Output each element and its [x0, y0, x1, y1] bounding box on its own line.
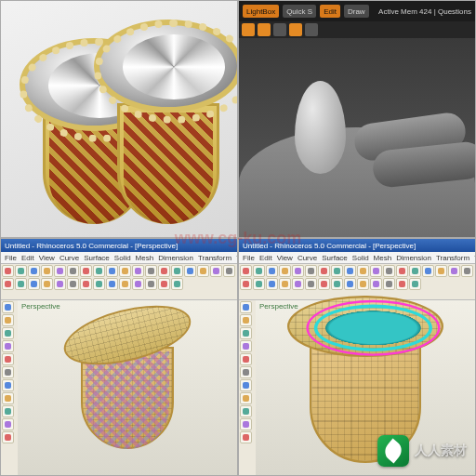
- stroke-icon[interactable]: [258, 23, 271, 36]
- tool-icon[interactable]: [15, 265, 27, 277]
- tool-icon[interactable]: [383, 278, 395, 290]
- lightbox-button[interactable]: LightBox: [243, 5, 279, 18]
- side-tool-icon[interactable]: [2, 392, 14, 404]
- edit-button[interactable]: Edit: [320, 5, 340, 18]
- tool-icon[interactable]: [41, 278, 53, 290]
- tool-icon[interactable]: [158, 278, 170, 290]
- tool-icon[interactable]: [279, 265, 291, 277]
- menu-edit[interactable]: Edit: [21, 254, 34, 262]
- tool-icon[interactable]: [292, 265, 304, 277]
- tool-icon[interactable]: [396, 278, 408, 290]
- tool-icon[interactable]: [54, 265, 66, 277]
- tool-icon[interactable]: [266, 265, 278, 277]
- tool-icon[interactable]: [171, 278, 183, 290]
- tool-icon[interactable]: [422, 265, 434, 277]
- menu-transform[interactable]: Transform: [436, 254, 469, 262]
- menu-surface[interactable]: Surface: [84, 254, 110, 262]
- tool-icon[interactable]: [240, 265, 252, 277]
- viewport-label[interactable]: Perspective: [21, 302, 60, 311]
- tool-icon[interactable]: [106, 265, 118, 277]
- tool-icon[interactable]: [409, 278, 421, 290]
- side-tool-icon[interactable]: [2, 418, 14, 430]
- tool-icon[interactable]: [119, 278, 131, 290]
- menu-edit[interactable]: Edit: [259, 254, 272, 262]
- tool-icon[interactable]: [145, 278, 157, 290]
- side-tool-icon[interactable]: [240, 392, 252, 404]
- tool-icon[interactable]: [132, 278, 144, 290]
- tool-icon[interactable]: [223, 265, 235, 277]
- tool-icon[interactable]: [253, 265, 265, 277]
- tool-icon[interactable]: [357, 265, 369, 277]
- tool-icon[interactable]: [41, 265, 53, 277]
- rhino-viewport[interactable]: Perspective: [256, 300, 475, 476]
- tool-icon[interactable]: [344, 278, 356, 290]
- tool-icon[interactable]: [435, 265, 447, 277]
- tool-icon[interactable]: [292, 278, 304, 290]
- menu-file[interactable]: File: [5, 254, 17, 262]
- side-tool-icon[interactable]: [2, 314, 14, 326]
- tool-icon[interactable]: [318, 278, 330, 290]
- menu-view[interactable]: View: [39, 254, 55, 262]
- side-tool-icon[interactable]: [240, 314, 252, 326]
- side-tool-icon[interactable]: [2, 327, 14, 339]
- side-tool-icon[interactable]: [240, 327, 252, 339]
- menu-transform[interactable]: Transform: [198, 254, 231, 262]
- quicksave-button[interactable]: Quick S: [283, 5, 316, 18]
- side-tool-icon[interactable]: [2, 353, 14, 365]
- zbrush-viewport[interactable]: [239, 38, 475, 238]
- side-tool-icon[interactable]: [2, 431, 14, 443]
- tool-icon[interactable]: [357, 278, 369, 290]
- tool-icon[interactable]: [305, 265, 317, 277]
- side-tool-icon[interactable]: [2, 379, 14, 391]
- tool-icon[interactable]: [145, 265, 157, 277]
- tool-icon[interactable]: [171, 265, 183, 277]
- tool-icon[interactable]: [2, 278, 14, 290]
- side-tool-icon[interactable]: [240, 431, 252, 443]
- side-tool-icon[interactable]: [2, 405, 14, 417]
- tool-icon[interactable]: [93, 278, 105, 290]
- side-tool-icon[interactable]: [240, 340, 252, 352]
- tool-icon[interactable]: [15, 278, 27, 290]
- tool-icon[interactable]: [28, 265, 40, 277]
- tool-icon[interactable]: [448, 265, 460, 277]
- menu-dimension[interactable]: Dimension: [158, 254, 193, 262]
- side-tool-icon[interactable]: [240, 301, 252, 313]
- tool-icon[interactable]: [396, 265, 408, 277]
- side-tool-icon[interactable]: [240, 405, 252, 417]
- menu-curve[interactable]: Curve: [298, 254, 317, 262]
- tool-icon[interactable]: [2, 265, 14, 277]
- tool-icon[interactable]: [461, 265, 473, 277]
- tool-icon[interactable]: [80, 265, 92, 277]
- tool-icon[interactable]: [331, 265, 343, 277]
- tool-icon[interactable]: [210, 265, 222, 277]
- menu-mesh[interactable]: Mesh: [136, 254, 154, 262]
- tool-icon[interactable]: [370, 278, 382, 290]
- tool-icon[interactable]: [54, 278, 66, 290]
- tool-icon[interactable]: [93, 265, 105, 277]
- tool-icon[interactable]: [370, 265, 382, 277]
- menu-tools[interactable]: Tools: [474, 254, 475, 262]
- menu-dimension[interactable]: Dimension: [396, 254, 431, 262]
- material-icon[interactable]: [289, 23, 302, 36]
- side-tool-icon[interactable]: [240, 366, 252, 378]
- menu-solid[interactable]: Solid: [352, 254, 369, 262]
- tool-icon[interactable]: [184, 265, 196, 277]
- menu-curve[interactable]: Curve: [60, 254, 79, 262]
- menu-solid[interactable]: Solid: [114, 254, 131, 262]
- tool-icon[interactable]: [67, 278, 79, 290]
- tool-icon[interactable]: [106, 278, 118, 290]
- tool-icon[interactable]: [253, 278, 265, 290]
- tool-icon[interactable]: [80, 278, 92, 290]
- tool-icon[interactable]: [279, 278, 291, 290]
- menu-tools[interactable]: Tools: [236, 254, 237, 262]
- tool-icon[interactable]: [119, 265, 131, 277]
- side-tool-icon[interactable]: [2, 340, 14, 352]
- tool-icon[interactable]: [383, 265, 395, 277]
- tool-icon[interactable]: [344, 265, 356, 277]
- tool-icon[interactable]: [28, 278, 40, 290]
- tool-icon[interactable]: [158, 265, 170, 277]
- rhino-viewport[interactable]: Perspective: [18, 300, 237, 476]
- tool-icon[interactable]: [132, 265, 144, 277]
- side-tool-icon[interactable]: [240, 353, 252, 365]
- tool-icon[interactable]: [67, 265, 79, 277]
